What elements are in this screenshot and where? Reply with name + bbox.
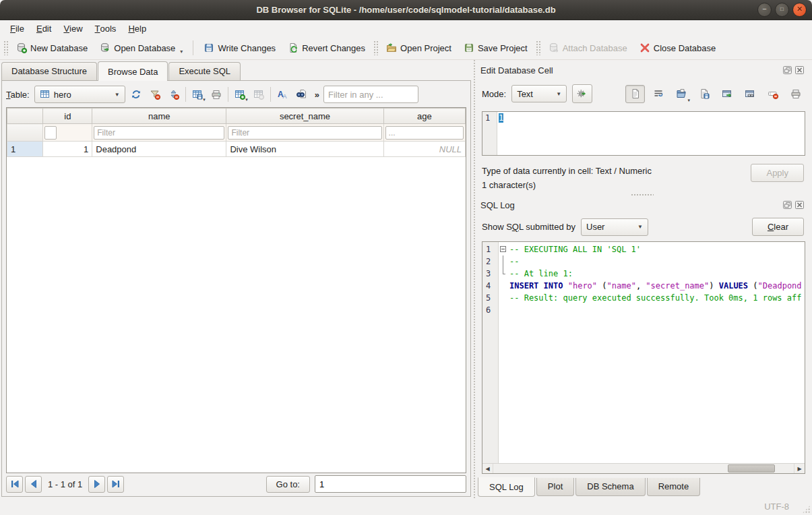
auto-apply-button[interactable] [572, 84, 592, 103]
table-select[interactable]: hero ▼ [34, 86, 125, 103]
previous-record-icon [28, 479, 39, 489]
resize-grip[interactable] [802, 505, 811, 514]
menu-item-help[interactable]: Help [122, 20, 152, 36]
goto-button[interactable]: Go to: [266, 476, 310, 493]
export-table-button[interactable]: ▾ [188, 86, 207, 103]
row-header[interactable]: 1 [7, 142, 43, 157]
toolbar-overflow-chevron[interactable]: » [312, 90, 322, 100]
filter-any-column-input[interactable] [323, 86, 418, 103]
menu-item-edit[interactable]: Edit [30, 20, 57, 36]
menu-item-file[interactable]: File [4, 20, 30, 36]
word-wrap-button[interactable] [648, 85, 668, 103]
dropdown-caret-icon[interactable]: ▾ [687, 98, 690, 103]
new-database-button[interactable]: New Database [10, 39, 94, 57]
cell-name[interactable]: Deadpond [92, 142, 226, 157]
chevron-down-icon: ▼ [637, 224, 643, 230]
print-button[interactable] [207, 86, 226, 103]
clear-filter-button[interactable] [146, 86, 164, 103]
save-project-button[interactable]: Save Project [458, 39, 534, 57]
sql-log-hscrollbar[interactable]: ◀ ▶ [482, 463, 805, 473]
insert-row-button[interactable]: ▾ [230, 86, 249, 103]
copy-link-button[interactable] [740, 85, 759, 103]
clear-log-button[interactable]: Clear [752, 218, 804, 236]
filter-input-secret-name[interactable] [228, 126, 381, 140]
scroll-right-icon[interactable]: ▶ [794, 464, 805, 473]
fold-collapse-icon[interactable] [499, 243, 508, 255]
cell-id[interactable]: 1 [43, 142, 92, 157]
edit-cell-mode-row: Mode: Text ▼ ▾ [478, 78, 807, 109]
filter-input-age[interactable] [385, 126, 464, 140]
grid-corner[interactable] [7, 109, 43, 124]
mode-select[interactable]: Text ▼ [511, 85, 567, 102]
dropdown-caret-icon[interactable]: ▾ [203, 97, 206, 102]
dropdown-caret-icon[interactable]: ▾ [180, 49, 183, 55]
revert-changes-button[interactable]: Revert Changes [282, 39, 371, 57]
set-null-button[interactable] [763, 85, 782, 103]
export-data-button[interactable] [694, 85, 714, 103]
print-cell-icon [790, 88, 801, 99]
dock-tab-sql-log[interactable]: SQL Log [478, 477, 535, 497]
refresh-button[interactable] [127, 86, 146, 103]
sql-log-text[interactable]: -- EXECUTING ALL IN 'SQL 1'---- At line … [508, 242, 805, 463]
menu-item-view[interactable]: View [57, 20, 88, 36]
toolbar-separator [270, 87, 271, 102]
log-line: INSERT INTO "hero" ("name", "secret_name… [509, 280, 805, 292]
first-record-button[interactable] [6, 476, 23, 493]
last-record-button[interactable] [107, 476, 124, 493]
sql-log-title: SQL Log [480, 200, 515, 210]
close-database-button[interactable]: Close Database [633, 39, 722, 57]
dock-tabbar: SQL LogPlotDB SchemaRemote [478, 474, 807, 498]
filter-input-id[interactable] [44, 126, 57, 140]
close-dock-icon[interactable] [795, 65, 805, 75]
tab-execute-sql[interactable]: Execute SQL [168, 62, 241, 80]
cell-secret-name[interactable]: Dive Wilson [226, 142, 383, 157]
open-project-button[interactable]: Open Project [380, 39, 458, 57]
text-mode-button[interactable] [625, 85, 645, 103]
toolbar-button-label: Save Project [478, 43, 528, 53]
dropdown-caret-icon[interactable]: ▾ [245, 97, 248, 102]
grid-empty-area[interactable] [7, 157, 466, 473]
print-cell-button[interactable] [786, 85, 805, 103]
goto-record-input[interactable] [315, 475, 466, 493]
dock-section-splitter[interactable] [478, 192, 807, 198]
find-in-table-button[interactable] [292, 86, 311, 103]
previous-record-button[interactable] [25, 476, 42, 493]
maximize-button[interactable]: □ [775, 3, 789, 17]
edit-cell-dock-header: Edit Database Cell [478, 63, 807, 78]
sql-source-select[interactable]: User ▼ [581, 218, 648, 236]
filter-input-name[interactable] [94, 126, 224, 140]
write-changes-button[interactable]: Write Changes [197, 39, 282, 57]
open-external-button[interactable] [717, 85, 737, 103]
close-button[interactable]: ✕ [792, 3, 807, 17]
fold-margin-cell [499, 255, 508, 268]
dock-tab-remote[interactable]: Remote [647, 478, 701, 496]
open-database-button[interactable]: Open Database▾ [94, 39, 189, 57]
column-header-id[interactable]: id [43, 109, 92, 124]
float-dock-icon[interactable] [783, 200, 793, 210]
minimize-button[interactable]: − [757, 3, 772, 17]
menu-item-tools[interactable]: Tools [89, 20, 123, 36]
cell-editor[interactable]: 1 1 [482, 111, 805, 156]
app-window: DB Browser for SQLite - /home/user/code/… [0, 0, 812, 515]
tab-browse-data[interactable]: Browse Data [98, 61, 168, 81]
column-header-secret-name[interactable]: secret_name [226, 109, 383, 124]
dock-tab-db-schema[interactable]: DB Schema [575, 478, 645, 496]
sql-log-fold-margin[interactable] [499, 242, 508, 463]
log-line-number: 4 [486, 280, 498, 292]
scrollbar-thumb[interactable] [728, 464, 775, 473]
import-data-button[interactable]: ▾ [671, 85, 691, 103]
clear-sort-icon [168, 89, 179, 100]
scrollbar-track[interactable] [493, 464, 794, 473]
dock-tab-plot[interactable]: Plot [536, 478, 574, 496]
clear-sort-button[interactable] [164, 86, 183, 103]
column-header-name[interactable]: name [92, 109, 226, 124]
column-header-age[interactable]: age [383, 109, 465, 124]
edit-font-button[interactable]: AA [273, 86, 292, 103]
apply-button[interactable]: Apply [751, 164, 804, 182]
scroll-left-icon[interactable]: ◀ [482, 464, 493, 473]
close-dock-icon[interactable] [795, 200, 805, 210]
float-dock-icon[interactable] [783, 65, 793, 75]
cell-age[interactable]: NULL [383, 142, 465, 157]
next-record-button[interactable] [88, 476, 105, 493]
tab-database-structure[interactable]: Database Structure [1, 62, 97, 80]
